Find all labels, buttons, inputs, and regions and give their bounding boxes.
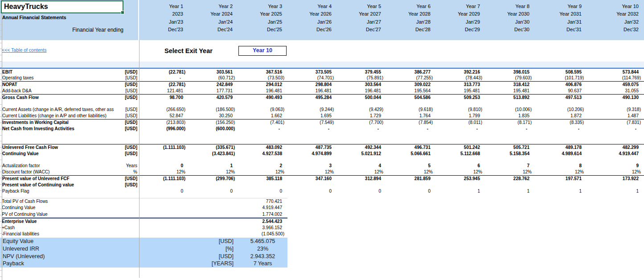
row-unit[interactable] [123, 157, 139, 163]
cell[interactable]: 500.044 [337, 95, 386, 101]
cell[interactable]: 12% [436, 169, 485, 175]
cell[interactable]: 4.927.538 [238, 151, 287, 157]
year-column-header[interactable]: Year 5Year 2027Jan'27Dec'27 [337, 3, 386, 34]
row-label-nopat[interactable]: NOPAT [2, 82, 123, 88]
cell[interactable]: - [485, 126, 535, 132]
cell[interactable]: (156.250) [189, 119, 238, 126]
cell[interactable]: 490.493 [238, 95, 287, 101]
cell[interactable]: (9.429) [337, 107, 386, 113]
cell[interactable] [587, 100, 644, 107]
cell[interactable] [337, 157, 386, 163]
cell[interactable]: 52.847 [139, 113, 189, 119]
cell[interactable]: (7.831) [587, 119, 644, 126]
row-unit[interactable]: Years [123, 163, 139, 169]
cell[interactable]: - [535, 126, 587, 132]
cell[interactable]: 508.595 [535, 69, 587, 75]
year-column-header[interactable]: Year 9Year 2031Jan'31Dec'31 [535, 3, 587, 34]
cell[interactable] [485, 157, 535, 163]
valuation-value[interactable]: (1.045.500) [238, 231, 287, 237]
row-label-present-value-of-unlevered-fcf[interactable]: Present value of Unlevered FCF [2, 176, 123, 182]
row-label-add-back-d-a[interactable]: Add-back D&A [2, 88, 123, 94]
cell[interactable]: (3.423.841) [189, 151, 238, 157]
cell[interactable]: 1.662 [238, 113, 287, 119]
cell[interactable] [139, 151, 189, 157]
cell[interactable]: 420.579 [189, 95, 238, 101]
cell[interactable]: - [436, 126, 485, 132]
cell[interactable]: - [238, 126, 287, 132]
cell[interactable]: 573.844 [587, 69, 644, 75]
cell[interactable] [485, 138, 535, 144]
cell[interactable]: 228.762 [485, 176, 535, 182]
cell[interactable] [287, 182, 337, 188]
year-column-header[interactable]: Year 10Year 2032Jan'32Dec'32 [587, 3, 644, 34]
row-unit[interactable] [123, 138, 139, 144]
cell[interactable]: 196.481 [337, 88, 386, 94]
cell[interactable]: (7.401) [238, 119, 287, 126]
summary-unit[interactable]: [YEARS] [189, 260, 238, 268]
valuation-label[interactable]: PV of Continuing Value [2, 211, 238, 218]
summary-label[interactable]: Payback [0, 260, 189, 268]
cell[interactable] [238, 132, 287, 138]
row-unit[interactable]: [USD] [123, 182, 139, 188]
row-unit[interactable]: [USD] [123, 69, 139, 75]
cell[interactable]: 1.729 [337, 113, 386, 119]
cell[interactable]: (9.618) [386, 107, 436, 113]
year-column-header[interactable]: Year 3Year 2025Jan'25Dec'25 [238, 3, 287, 34]
cell[interactable]: 5 [386, 163, 436, 169]
cell[interactable]: 1 [189, 163, 238, 169]
year-column-header[interactable]: Year 8Year 2030Jan'30Dec'30 [485, 3, 535, 34]
cell[interactable]: 298.804 [287, 82, 337, 88]
cell[interactable]: 504.586 [386, 95, 436, 101]
cell[interactable] [189, 100, 238, 107]
row-unit[interactable]: [USD] [123, 88, 139, 94]
cell[interactable]: (22.781) [139, 69, 189, 75]
summary-unit[interactable]: [%] [189, 245, 238, 253]
cell[interactable]: 5.066.661 [386, 151, 436, 157]
cell[interactable]: (299.706) [189, 176, 238, 182]
cell[interactable] [287, 100, 337, 107]
cell[interactable] [189, 138, 238, 144]
cell[interactable]: (7.700) [337, 119, 386, 126]
row-label-unlevered-free-cash-flow[interactable]: Unlevered Free Cash Flow [2, 144, 123, 151]
row-unit[interactable]: [USD] [123, 144, 139, 151]
cell[interactable]: 195.564 [386, 88, 436, 94]
row-label-present-value-of-continuing-value[interactable]: Present value of Continuing value [2, 182, 123, 188]
cell[interactable] [535, 132, 587, 138]
cell[interactable]: (9.810) [436, 107, 485, 113]
cell[interactable]: - [287, 126, 337, 132]
exit-year-dropdown[interactable]: Year 10 [238, 46, 287, 56]
cell[interactable] [386, 182, 436, 188]
cell[interactable]: 0 [139, 163, 189, 169]
summary-value[interactable]: 5.465.075 [238, 238, 287, 245]
cell[interactable]: 177.731 [189, 88, 238, 94]
cell[interactable] [337, 100, 386, 107]
cell[interactable]: 12% [386, 169, 436, 175]
row-label-blank[interactable] [2, 100, 123, 107]
cell[interactable]: 196.481 [238, 88, 287, 94]
row-unit[interactable]: [USD] [123, 119, 139, 126]
cell[interactable]: (335.671) [189, 144, 238, 151]
row-label-current-assets-change-in-a-r-deferred-taxes-other-ass[interactable]: Current Assets (change in A/R, deferred … [2, 107, 123, 113]
cell[interactable]: 303.561 [189, 69, 238, 75]
row-label-payback-flag[interactable]: Payback Flag [2, 188, 123, 194]
valuation-label[interactable]: +Cash [2, 225, 238, 231]
row-label-investments-in-working-capital[interactable]: Investments in Working Capital [2, 119, 123, 126]
selected-title-cell[interactable]: HeavyTrucks [1, 0, 123, 13]
cell[interactable]: 2 [238, 163, 287, 169]
row-unit[interactable]: [USD] [123, 113, 139, 119]
cell[interactable] [535, 138, 587, 144]
cell[interactable]: 195.481 [436, 88, 485, 94]
summary-unit[interactable]: [USD] [189, 253, 238, 260]
cell[interactable]: 3 [287, 163, 337, 169]
row-label-gross-cash-flow[interactable]: Gross Cash Flow [2, 95, 123, 101]
cell[interactable] [535, 182, 587, 188]
row-unit[interactable] [123, 132, 139, 138]
cell[interactable]: 309.022 [386, 82, 436, 88]
cell[interactable]: 487.735 [287, 144, 337, 151]
cell[interactable] [485, 132, 535, 138]
cell[interactable]: 197.571 [535, 176, 587, 182]
cell[interactable]: (7.549) [287, 119, 337, 126]
cell[interactable]: (60.712) [189, 75, 238, 81]
cell[interactable] [238, 138, 287, 144]
cell[interactable]: 12% [287, 169, 337, 175]
